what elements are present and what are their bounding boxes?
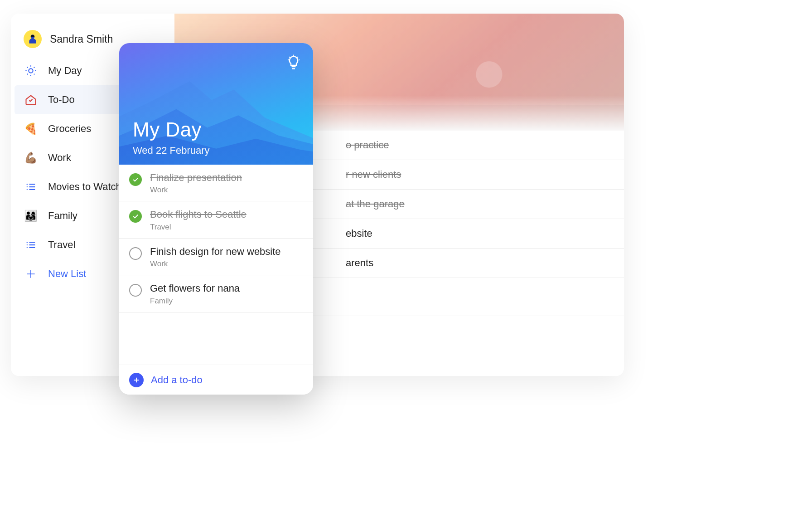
- svg-point-1: [27, 184, 28, 185]
- svg-point-7: [288, 59, 289, 60]
- new-list-label: New List: [48, 268, 86, 280]
- check-icon: [132, 213, 139, 220]
- plus-icon: [24, 267, 38, 281]
- svg-point-10: [297, 57, 298, 58]
- svg-point-9: [289, 57, 290, 58]
- task-title: Finish design for new website: [150, 246, 281, 258]
- home-check-icon: [24, 93, 38, 107]
- task-list-label: Work: [150, 185, 242, 195]
- lightbulb-icon: [285, 54, 302, 71]
- svg-point-5: [27, 244, 28, 245]
- mobile-title: My Day: [133, 118, 202, 141]
- sidebar-item-label: Groceries: [48, 123, 91, 135]
- list-icon: [24, 238, 38, 252]
- task-text: arents: [346, 257, 373, 269]
- mobile-card: My Day Wed 22 February Finalize presenta…: [119, 43, 313, 395]
- task-title: Book flights to Seattle: [150, 209, 246, 220]
- task-text: r new clients: [346, 169, 401, 181]
- task-checkbox[interactable]: [129, 247, 142, 260]
- svg-point-8: [299, 59, 300, 60]
- task-checkbox[interactable]: [129, 284, 142, 297]
- svg-point-6: [27, 247, 28, 248]
- task-text: o practice: [346, 139, 389, 151]
- task-text: at the garage: [346, 198, 405, 210]
- family-icon: 👨‍👩‍👧: [24, 209, 38, 223]
- mobile-task-row[interactable]: Book flights to Seattle Travel: [119, 201, 313, 238]
- avatar-person-icon: [27, 33, 39, 45]
- user-name: Sandra Smith: [50, 33, 113, 45]
- svg-point-0: [29, 68, 33, 73]
- svg-point-11: [293, 55, 294, 56]
- svg-point-3: [27, 189, 28, 190]
- task-title: Finalize presentation: [150, 172, 242, 184]
- task-list-label: Travel: [150, 223, 246, 232]
- mobile-date: Wed 22 February: [133, 145, 210, 156]
- task-title: Get flowers for nana: [150, 283, 240, 294]
- mobile-task-row[interactable]: Finalize presentation Work: [119, 165, 313, 201]
- task-text: ebsite: [346, 228, 372, 239]
- sidebar-item-label: To-Do: [48, 94, 75, 106]
- svg-point-2: [27, 186, 28, 187]
- mobile-task-row[interactable]: Get flowers for nana Family: [119, 275, 313, 312]
- avatar: [24, 30, 42, 48]
- sidebar-item-label: Work: [48, 152, 71, 164]
- sidebar-item-label: Movies to Watch: [48, 181, 121, 193]
- task-checkbox[interactable]: [129, 210, 142, 223]
- plus-circle-icon: [129, 373, 144, 387]
- task-list-label: Family: [150, 297, 240, 306]
- sidebar-item-label: Family: [48, 210, 77, 222]
- suggestions-button[interactable]: [284, 53, 303, 72]
- app-window: Sandra Smith My Day To-Do 🍕 Grocer: [11, 14, 624, 376]
- task-checkbox[interactable]: [129, 173, 142, 186]
- muscle-icon: 💪🏽: [24, 151, 38, 165]
- mobile-task-row[interactable]: Finish design for new website Work: [119, 239, 313, 275]
- task-list-label: Work: [150, 259, 281, 268]
- list-icon: [24, 180, 38, 194]
- add-todo-label: Add a to-do: [151, 374, 203, 386]
- pizza-icon: 🍕: [24, 122, 38, 136]
- svg-point-4: [27, 242, 28, 243]
- sidebar-item-label: Travel: [48, 239, 75, 251]
- add-todo-button[interactable]: Add a to-do: [119, 365, 313, 395]
- sun-icon: [24, 63, 38, 78]
- mobile-task-list: Finalize presentation Work Book flights …: [119, 165, 313, 365]
- sidebar-item-label: My Day: [48, 65, 82, 77]
- mobile-hero: My Day Wed 22 February: [119, 43, 313, 165]
- check-icon: [132, 176, 139, 183]
